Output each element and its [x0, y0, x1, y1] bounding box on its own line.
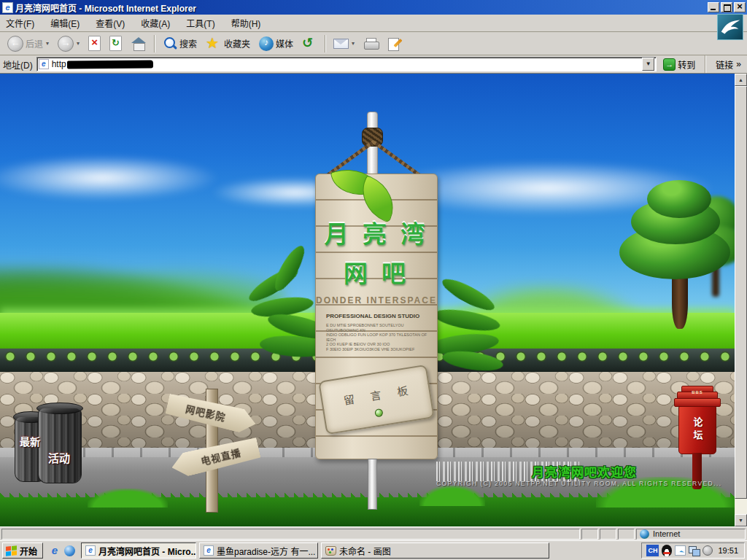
favorites-label: 收藏夹 [224, 37, 250, 50]
tree-foliage [647, 180, 711, 218]
brand-text: DONDER INTERSPACE [316, 295, 437, 306]
quick-launch [46, 545, 78, 556]
taskbar-button-moonbay[interactable]: 月亮湾网吧首页 - Micro... [81, 542, 196, 559]
ie-task-icon [204, 545, 214, 556]
cartoon-tree [615, 180, 735, 329]
menu-file[interactable]: 文件(F) [6, 17, 34, 29]
sign-lower-post [368, 459, 377, 510]
address-input[interactable]: http [36, 57, 657, 71]
favorites-button[interactable]: 收藏夹 [201, 34, 255, 54]
forward-button[interactable] [53, 34, 84, 54]
menu-favorites[interactable]: 收藏(A) [141, 17, 170, 29]
network-tray-icon[interactable] [689, 546, 700, 556]
search-button[interactable]: 搜索 [158, 34, 201, 54]
menu-tools[interactable]: 工具(T) [186, 17, 214, 29]
forum-label: 论坛 [691, 417, 705, 443]
scroll-up-arrow-icon[interactable] [735, 74, 747, 86]
forward-icon [58, 36, 74, 52]
ie-page-icon [2, 2, 13, 13]
activities-label[interactable]: 活动 [48, 450, 70, 465]
zone-label: Internet [653, 529, 680, 538]
fine-print-line: INDIO ODBLIGO FUN LOOP KOP 370 TKLESOTAN… [326, 332, 431, 342]
status-pane [618, 529, 635, 540]
forward-dropdown-icon[interactable] [77, 40, 80, 47]
links-label: 链接 [716, 58, 733, 71]
minimize-button[interactable] [708, 2, 719, 12]
back-button[interactable]: 后退 [3, 34, 53, 54]
swoosh-tray-icon[interactable] [675, 545, 686, 556]
close-button[interactable] [734, 2, 746, 12]
title-bar[interactable]: 月亮湾网吧首页 - Microsoft Internet Explorer [0, 0, 747, 15]
back-label: 后退 [26, 37, 43, 50]
taskbar-button-paradise[interactable]: 墨鱼paradise-远方 有一... [199, 542, 318, 559]
mail-icon [333, 39, 349, 49]
fine-print: E DU MTIE SPROEBONNET SOUTELYOU OSUTUBOO… [326, 323, 431, 351]
start-label: 开始 [20, 545, 37, 557]
home-icon [131, 36, 147, 51]
home-button[interactable] [126, 34, 151, 54]
paint-task-icon [325, 546, 336, 556]
url-redaction [67, 60, 153, 69]
quick-launch-ie-icon[interactable] [49, 545, 61, 556]
links-toolbar[interactable]: 链接 » [713, 58, 744, 71]
stop-icon [88, 36, 101, 51]
address-bar: 地址(D) http 转到 链接 » [0, 55, 747, 74]
start-button[interactable]: 开始 [2, 542, 43, 559]
fine-print-line: E DU MTIE SPROEBONNET SOUTELYOU OSUTUBOO… [326, 323, 431, 332]
menu-help[interactable]: 帮助(H) [231, 17, 261, 29]
toolbar-separator [325, 35, 326, 52]
taskbar-button-paint[interactable]: 未命名 - 画图 [321, 542, 549, 559]
menu-edit[interactable]: 编辑(E) [50, 17, 80, 29]
latest-label[interactable]: 最新 [20, 434, 40, 448]
edit-icon [387, 36, 402, 51]
scroll-down-arrow-icon[interactable] [735, 514, 747, 526]
clock-time: 19:51 [716, 546, 738, 555]
address-dropdown-button[interactable] [642, 58, 654, 71]
stop-button[interactable] [84, 34, 105, 54]
search-label: 搜索 [179, 37, 197, 50]
go-button[interactable]: 转到 [660, 58, 698, 71]
standard-buttons-toolbar: 后退 搜索 收藏夹 媒体 [0, 32, 747, 55]
trash-bin-large [38, 408, 82, 483]
restore-button[interactable] [721, 2, 732, 12]
task-label: 月亮湾网吧首页 - Micro... [98, 545, 196, 557]
security-zone-pane: Internet [636, 529, 746, 540]
mail-dropdown-icon[interactable] [352, 40, 355, 47]
browser-viewport: 月 亮 湾 网 吧 DONDER INTERSPACE PROFESSIONAL… [0, 74, 747, 526]
cloud [0, 155, 219, 201]
bbs-tag: BBS [674, 390, 721, 394]
ime-language-indicator[interactable]: CH [646, 545, 659, 556]
print-button[interactable] [359, 34, 383, 54]
go-arrow-icon [663, 58, 676, 71]
history-button[interactable] [298, 34, 322, 54]
search-icon [163, 36, 177, 51]
mail-button[interactable] [329, 34, 359, 54]
media-label: 媒体 [276, 37, 293, 50]
print-icon [363, 38, 379, 50]
message-board-link[interactable]: 留 言 板 [318, 365, 435, 435]
site-title-line2: 网 吧 [316, 254, 437, 289]
menu-view[interactable]: 查看(V) [96, 17, 125, 29]
vertical-scrollbar[interactable] [735, 74, 747, 526]
message-board-button-icon[interactable] [374, 408, 384, 418]
quick-launch-app-icon[interactable] [64, 545, 75, 556]
windows-logo-icon [6, 545, 17, 556]
back-dropdown-icon[interactable] [46, 40, 49, 47]
history-icon [302, 36, 317, 51]
links-chevron-icon[interactable]: » [736, 59, 741, 69]
task-label: 墨鱼paradise-远方 有一... [217, 545, 315, 557]
site-title-line1: 月 亮 湾 [316, 215, 437, 250]
ie-window: 月亮湾网吧首页 - Microsoft Internet Explorer 文件… [0, 0, 747, 560]
back-icon [7, 36, 23, 52]
qq-penguin-tray-icon[interactable] [662, 545, 672, 556]
grass-tuft [88, 489, 168, 508]
studio-text: PROFESSIONAL DESIGN STUDIO [326, 313, 419, 319]
clock-tray-icon[interactable] [703, 545, 713, 556]
forum-mailbox-link[interactable]: BBS 论坛 [674, 381, 721, 491]
scrollbar-thumb[interactable] [735, 86, 747, 499]
taskbar: 开始 月亮湾网吧首页 - Micro... 墨鱼paradise-远方 有一..… [0, 540, 747, 560]
media-button[interactable]: 媒体 [255, 34, 298, 54]
refresh-button[interactable] [105, 34, 126, 54]
welcome-text: 月亮湾网吧欢迎您 [532, 462, 637, 481]
edit-button[interactable] [383, 34, 406, 54]
